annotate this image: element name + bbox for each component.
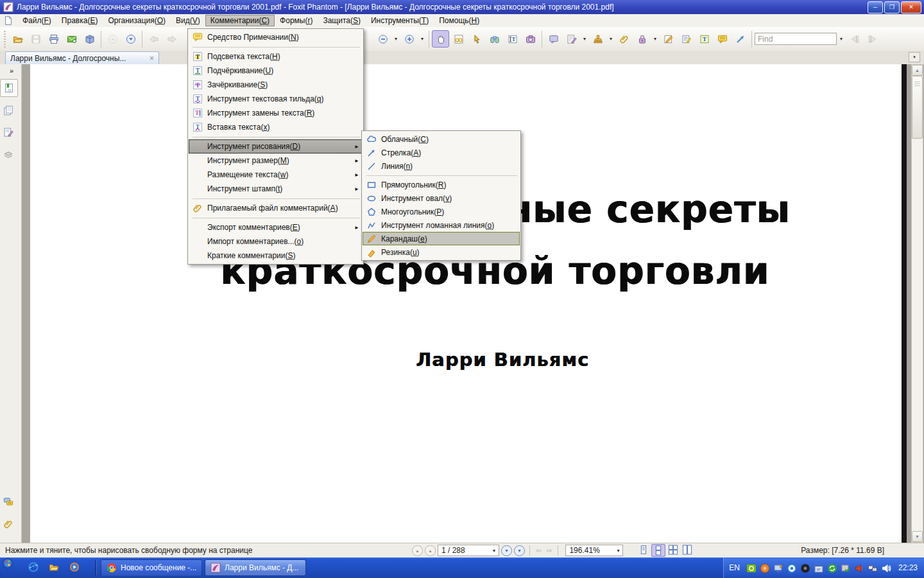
menu-item-text-layout[interactable]: Размещение текста(w)► — [189, 168, 363, 182]
submenu-item-eraser[interactable]: Резинка(u) — [363, 245, 520, 259]
menu-item-summarize-comments[interactable]: Краткие комментарии(S) — [189, 249, 363, 263]
menu-item-stamp-tool[interactable]: Инструмент штамп(t)► — [189, 182, 363, 196]
menu-item-replace-text[interactable]: TИнструмент замены текста(R) — [189, 106, 363, 120]
menu-organize[interactable]: Организация(O) — [103, 15, 171, 26]
dropdown-caret-icon[interactable]: ▾ — [418, 30, 426, 48]
menu-item-import-comments[interactable]: Импорт комментариев...(o) — [189, 234, 363, 249]
tab-close-icon[interactable]: × — [150, 54, 154, 63]
dropdown-caret-icon[interactable]: ▾ — [607, 30, 615, 48]
submenu-item-polyline[interactable]: Инструмент ломанная линия(o) — [363, 218, 520, 232]
menu-item-underline-text[interactable]: TПодчёркивание(U) — [189, 64, 363, 78]
menu-edit[interactable]: Правка(E) — [56, 15, 103, 26]
previous-page-button[interactable]: ▲ — [425, 545, 436, 556]
scroll-up-icon[interactable]: ▲ — [912, 65, 923, 76]
scroll-down-icon[interactable]: ▼ — [912, 531, 923, 542]
menu-item-attach-file-comment[interactable]: Прилагаемый файл комментарий(A) — [189, 201, 363, 215]
dropdown-caret-icon[interactable]: ▾ — [581, 30, 588, 48]
previous-view-icon[interactable]: ⇦ — [535, 547, 543, 555]
installer-icon[interactable] — [814, 563, 823, 573]
export-button[interactable] — [81, 30, 98, 48]
submenu-item-polygon[interactable]: Многоугольник(P) — [363, 205, 520, 218]
taskbar-button[interactable]: Новое сообщение -... — [101, 559, 202, 576]
menu-item-insert-text[interactable]: TВставка текста(x) — [189, 120, 363, 134]
menu-file[interactable]: Файл(F) — [17, 15, 56, 26]
zoom-level-box[interactable]: 196.41% ▾ — [565, 545, 623, 556]
select-tool-button[interactable] — [468, 30, 485, 48]
submenu-item-cloud[interactable]: Облачный(C) — [363, 132, 520, 146]
tab-overflow-button[interactable]: ▾ — [909, 52, 920, 62]
textbox-tool-button[interactable]: T — [696, 30, 713, 48]
search-button[interactable] — [486, 30, 503, 48]
menu-item-highlight-text[interactable]: TПодсветка текста(H) — [189, 49, 363, 64]
start-button[interactable] — [3, 558, 22, 577]
page-number-box[interactable]: 1 / 288 ▾ — [438, 545, 499, 556]
open-button[interactable] — [9, 30, 26, 48]
first-page-button[interactable]: ▲ — [412, 545, 423, 556]
dropdown-caret-icon[interactable]: ▾ — [651, 30, 659, 48]
agent-orange-icon[interactable] — [760, 563, 769, 573]
scrollbar-thumb[interactable] — [912, 76, 923, 139]
bookmarks-panel-button[interactable] — [0, 79, 18, 97]
layout-continuous-facing-button[interactable] — [681, 544, 694, 556]
page-number-caret-icon[interactable]: ▾ — [493, 548, 495, 554]
snapshot-button[interactable] — [522, 30, 539, 48]
typewriter-button[interactable] — [563, 30, 580, 48]
email-button[interactable] — [63, 30, 80, 48]
dropdown-caret-icon[interactable]: ▾ — [837, 30, 845, 48]
next-view-icon[interactable]: ⇨ — [545, 547, 553, 555]
last-page-button[interactable]: ▼ — [514, 545, 525, 556]
menu-item-note-tool[interactable]: Средство Примечании(N) — [189, 30, 363, 44]
menu-forms[interactable]: Формы(r) — [275, 15, 318, 26]
arrow-tool-button[interactable] — [732, 30, 749, 48]
document-tab[interactable]: Ларри Вильямс - Долгосрочны... × — [5, 51, 159, 64]
layout-continuous-button[interactable] — [651, 544, 665, 557]
note-comment-button[interactable] — [545, 30, 562, 48]
hand-tool-button[interactable] — [432, 30, 449, 48]
protect-button[interactable] — [633, 30, 651, 48]
quicklaunch-internet-explorer[interactable] — [28, 562, 40, 574]
language-indicator[interactable]: EN — [729, 563, 740, 572]
comments-list-panel-button[interactable] — [0, 494, 17, 511]
comment-tool-button[interactable] — [714, 30, 731, 48]
next-page-button[interactable]: ▼ — [501, 545, 512, 556]
submenu-item-line[interactable]: Линия(n) — [363, 159, 520, 173]
layout-single-page-button[interactable] — [637, 544, 650, 556]
zoom-in-button[interactable] — [400, 30, 418, 48]
menu-view[interactable]: Вид(V) — [171, 15, 205, 26]
nvidia-icon[interactable] — [746, 563, 756, 573]
display-tray-icon[interactable] — [773, 563, 783, 573]
pencil-tool-button[interactable] — [660, 30, 677, 48]
green-disc-icon[interactable] — [827, 563, 837, 573]
submenu-item-arrow[interactable]: Стрелка(A) — [363, 146, 520, 159]
minimize-button[interactable]: ─ — [868, 1, 883, 13]
restore-button[interactable]: ❐ — [884, 1, 900, 13]
menu-tools[interactable]: Инструменты(T) — [366, 15, 434, 26]
expand-panel-icon[interactable]: » — [10, 67, 12, 74]
volume-icon[interactable] — [881, 563, 891, 573]
edit-document-button[interactable] — [678, 30, 695, 48]
menu-item-measure-tools[interactable]: Инструмент размер(M)► — [189, 153, 363, 168]
taskbar-button[interactable]: Ларри Вильямс - Д... — [205, 559, 306, 576]
submenu-item-pencil[interactable]: Карандаш(e) — [363, 232, 520, 245]
submenu-item-rectangle[interactable]: Прямоугольник(R) — [363, 178, 520, 191]
annotations-panel-button[interactable] — [0, 124, 17, 141]
text-select-button[interactable]: T — [504, 30, 521, 48]
network-tray-icon[interactable] — [868, 563, 877, 573]
menu-item-strikeout-text[interactable]: TЗачёркивание(S) — [189, 78, 363, 92]
search-input[interactable] — [755, 33, 837, 45]
vertical-scrollbar[interactable]: ▲ ▼ — [911, 64, 923, 543]
stamp-button[interactable] — [589, 30, 606, 48]
speaker-red-icon[interactable] — [854, 563, 864, 573]
menu-comments[interactable]: Комментарии(C) — [205, 15, 275, 26]
quicklaunch-explorer[interactable] — [49, 562, 60, 574]
zoom-caret-icon[interactable]: ▾ — [617, 548, 619, 554]
panel-splitter[interactable] — [22, 64, 30, 543]
zoom-out-button[interactable] — [374, 30, 391, 48]
close-button[interactable]: ✕ — [901, 1, 921, 13]
layout-facing-button[interactable] — [667, 544, 680, 556]
next-page-button[interactable] — [122, 30, 139, 48]
attachments-panel-button[interactable] — [0, 516, 17, 532]
print-button[interactable] — [45, 30, 62, 48]
menu-protect[interactable]: Защита(S) — [318, 15, 366, 26]
dropdown-caret-icon[interactable]: ▾ — [392, 30, 400, 48]
